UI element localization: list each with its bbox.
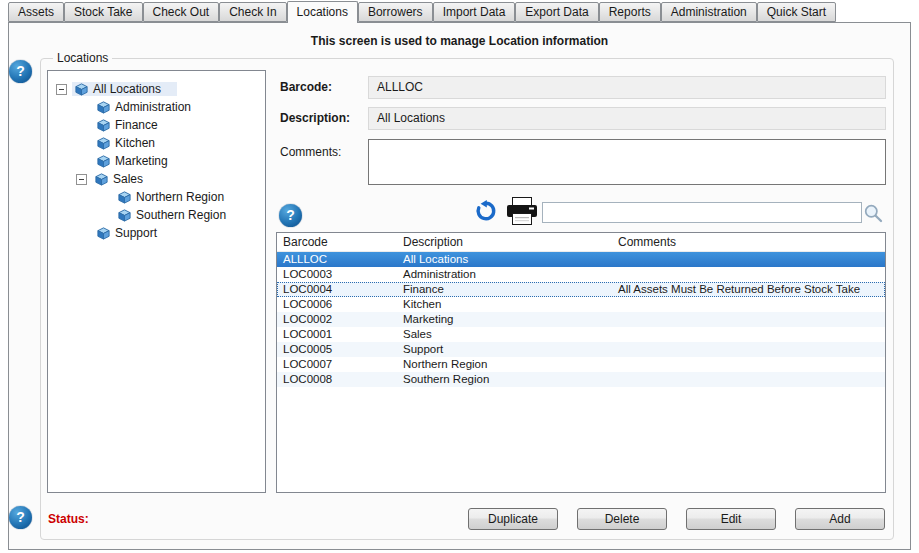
tree-item-label: Administration <box>115 100 191 114</box>
tree-item-kitchen[interactable]: Kitchen <box>48 134 265 152</box>
barcode-label: Barcode: <box>280 80 332 94</box>
tree-item-administration[interactable]: Administration <box>48 98 265 116</box>
delete-button[interactable]: Delete <box>577 508 667 530</box>
table-row[interactable]: ALLLOC All Locations <box>277 252 885 267</box>
tab-reports[interactable]: Reports <box>599 2 661 22</box>
cell-barcode: LOC0008 <box>277 372 397 387</box>
table-row[interactable]: LOC0007 Northern Region <box>277 357 885 372</box>
location-icon <box>117 208 132 222</box>
tab-strip: Assets Stock Take Check Out Check In Loc… <box>8 2 836 23</box>
help-icon[interactable] <box>9 506 32 529</box>
tree-item-label: Northern Region <box>136 190 224 204</box>
cell-description: Support <box>397 342 612 357</box>
tree-item-marketing[interactable]: Marketing <box>48 152 265 170</box>
tab-stock-take[interactable]: Stock Take <box>64 2 142 22</box>
edit-button[interactable]: Edit <box>686 508 776 530</box>
cell-description: Northern Region <box>397 357 612 372</box>
tab-administration[interactable]: Administration <box>661 2 757 22</box>
column-header-description[interactable]: Description <box>397 233 612 251</box>
table-row[interactable]: LOC0001 Sales <box>277 327 885 342</box>
locations-table: Barcode Description Comments ALLLOC All … <box>276 232 886 493</box>
help-icon[interactable] <box>279 204 302 227</box>
cell-description: Marketing <box>397 312 612 327</box>
add-button[interactable]: Add <box>795 508 885 530</box>
tree-item-label: Support <box>115 226 157 240</box>
tab-export-data[interactable]: Export Data <box>515 2 598 22</box>
cell-comments <box>612 267 885 282</box>
status-label: Status: <box>48 512 89 526</box>
tree-item-finance[interactable]: Finance <box>48 116 265 134</box>
duplicate-button[interactable]: Duplicate <box>468 508 558 530</box>
cell-comments <box>612 372 885 387</box>
location-icon <box>117 190 132 204</box>
cell-comments <box>612 342 885 357</box>
tab-import-data[interactable]: Import Data <box>433 2 516 22</box>
cell-barcode: ALLLOC <box>277 252 397 267</box>
comments-label: Comments: <box>280 145 341 159</box>
cell-barcode: LOC0004 <box>277 282 397 297</box>
location-icon <box>96 226 111 240</box>
column-header-barcode[interactable]: Barcode <box>277 233 397 251</box>
tree-item-label: Sales <box>113 172 143 186</box>
tab-assets[interactable]: Assets <box>8 2 64 22</box>
tab-borrowers[interactable]: Borrowers <box>358 2 433 22</box>
cell-comments: All Assets Must Be Returned Before Stock… <box>612 282 885 297</box>
print-icon[interactable] <box>505 197 539 226</box>
table-header: Barcode Description Comments <box>277 233 885 252</box>
group-label: Locations <box>53 51 112 65</box>
tree-item-all-locations[interactable]: All Locations <box>48 80 265 98</box>
location-icon <box>96 136 111 150</box>
page-instruction: This screen is used to manage Location i… <box>8 34 911 48</box>
cell-barcode: LOC0007 <box>277 357 397 372</box>
cell-comments <box>612 297 885 312</box>
tree-item-southern-region[interactable]: Southern Region <box>48 206 265 224</box>
table-row[interactable]: LOC0008 Southern Region <box>277 372 885 387</box>
collapse-icon[interactable] <box>56 84 67 95</box>
cell-barcode: LOC0006 <box>277 297 397 312</box>
cell-description: Southern Region <box>397 372 612 387</box>
comments-field[interactable] <box>368 139 886 185</box>
collapse-icon[interactable] <box>76 174 87 185</box>
location-icon <box>74 82 89 96</box>
table-row[interactable]: LOC0003 Administration <box>277 267 885 282</box>
cell-comments <box>612 357 885 372</box>
cell-barcode: LOC0002 <box>277 312 397 327</box>
table-row[interactable]: LOC0005 Support <box>277 342 885 357</box>
cell-barcode: LOC0003 <box>277 267 397 282</box>
tab-check-out[interactable]: Check Out <box>143 2 220 22</box>
table-row[interactable]: LOC0002 Marketing <box>277 312 885 327</box>
table-row[interactable]: LOC0006 Kitchen <box>277 297 885 312</box>
cell-barcode: LOC0001 <box>277 327 397 342</box>
cell-comments <box>612 252 885 267</box>
barcode-field: ALLLOC <box>368 76 886 99</box>
cell-description: Finance <box>397 282 612 297</box>
tree-item-label: Kitchen <box>115 136 155 150</box>
description-field: All Locations <box>368 107 886 130</box>
location-icon <box>96 100 111 114</box>
cell-comments <box>612 327 885 342</box>
cell-description: Administration <box>397 267 612 282</box>
search-icon[interactable] <box>863 203 883 223</box>
tree-item-sales[interactable]: Sales <box>48 170 265 188</box>
cell-barcode: LOC0005 <box>277 342 397 357</box>
tab-locations[interactable]: Locations <box>287 1 358 23</box>
help-icon[interactable] <box>9 60 32 83</box>
description-label: Description: <box>280 111 350 125</box>
cell-description: All Locations <box>397 252 612 267</box>
location-icon <box>96 118 111 132</box>
tree-item-support[interactable]: Support <box>48 224 265 242</box>
tree-item-label: Marketing <box>115 154 168 168</box>
application-window: Assets Stock Take Check Out Check In Loc… <box>0 0 919 553</box>
location-icon <box>96 154 111 168</box>
tab-check-in[interactable]: Check In <box>219 2 286 22</box>
refresh-icon[interactable] <box>475 200 497 222</box>
search-input[interactable] <box>542 202 862 223</box>
tree-item-northern-region[interactable]: Northern Region <box>48 188 265 206</box>
cell-description: Sales <box>397 327 612 342</box>
table-row[interactable]: LOC0004 Finance All Assets Must Be Retur… <box>277 282 885 297</box>
tree-item-label: Southern Region <box>136 208 226 222</box>
tab-quick-start[interactable]: Quick Start <box>757 2 836 22</box>
tree-item-label: Finance <box>115 118 158 132</box>
column-header-comments[interactable]: Comments <box>612 233 885 251</box>
tree-item-label: All Locations <box>93 82 161 96</box>
